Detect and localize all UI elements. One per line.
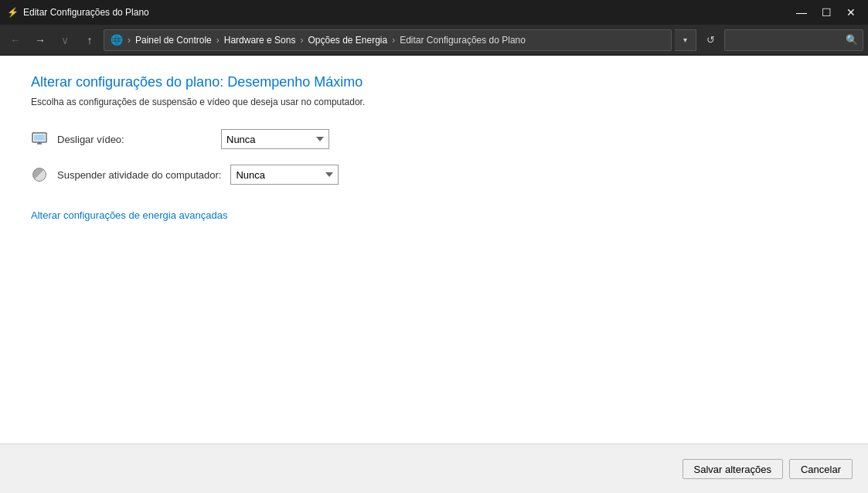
address-dropdown-button[interactable]: ▾ xyxy=(675,29,696,51)
window-icon: ⚡ xyxy=(6,6,19,19)
video-setting-row: Desligar vídeo: Nunca 1 minuto 5 minutos… xyxy=(31,129,837,149)
cancel-button[interactable]: Cancelar xyxy=(789,459,853,479)
footer: Salvar alterações Cancelar xyxy=(0,444,868,493)
window-title: Editar Configurações do Plano xyxy=(23,7,791,18)
sleep-icon xyxy=(31,166,48,183)
video-select[interactable]: Nunca 1 minuto 5 minutos 10 minutos 15 m… xyxy=(221,129,329,149)
title-bar: ⚡ Editar Configurações do Plano — ☐ ✕ xyxy=(0,0,868,25)
search-icon[interactable]: 🔍 xyxy=(846,34,858,46)
maximize-button[interactable]: ☐ xyxy=(815,2,837,23)
path-item-2[interactable]: Hardware e Sons xyxy=(224,35,296,46)
search-input[interactable] xyxy=(730,35,846,46)
path-current: Editar Configurações do Plano xyxy=(400,35,526,46)
window-controls: — ☐ ✕ xyxy=(791,2,862,23)
suspend-setting-row: Suspender atividade do computador: Nunca… xyxy=(31,165,837,185)
up-button[interactable]: ↑ xyxy=(79,29,100,51)
page-title: Alterar configurações do plano: Desempen… xyxy=(31,74,837,90)
path-item-1[interactable]: Painel de Controle xyxy=(135,35,212,46)
dropdown-button[interactable]: ∨ xyxy=(54,29,76,51)
video-label: Desligar vídeo: xyxy=(57,134,212,145)
address-bar: ← → ∨ ↑ 🌐 › Painel de Controle › Hardwar… xyxy=(0,25,868,56)
forward-button[interactable]: → xyxy=(29,29,51,51)
minimize-button[interactable]: — xyxy=(791,2,812,23)
close-button[interactable]: ✕ xyxy=(840,2,862,23)
main-content: Alterar configurações do plano: Desempen… xyxy=(0,56,868,444)
advanced-settings-link[interactable]: Alterar configurações de energia avançad… xyxy=(31,209,227,221)
save-button[interactable]: Salvar alterações xyxy=(682,459,783,479)
search-box: 🔍 xyxy=(724,29,863,51)
monitor-icon xyxy=(31,131,48,148)
refresh-button[interactable]: ↺ xyxy=(700,29,721,51)
address-path: 🌐 › Painel de Controle › Hardware e Sons… xyxy=(104,29,672,51)
page-subtitle: Escolha as configurações de suspensão e … xyxy=(31,97,837,107)
suspend-select[interactable]: Nunca 1 minuto 5 minutos 10 minutos 15 m… xyxy=(230,165,339,185)
svg-rect-3 xyxy=(34,134,45,141)
path-item-3[interactable]: Opções de Energia xyxy=(308,35,387,46)
suspend-label: Suspender atividade do computador: xyxy=(57,169,221,181)
back-button[interactable]: ← xyxy=(5,29,26,51)
